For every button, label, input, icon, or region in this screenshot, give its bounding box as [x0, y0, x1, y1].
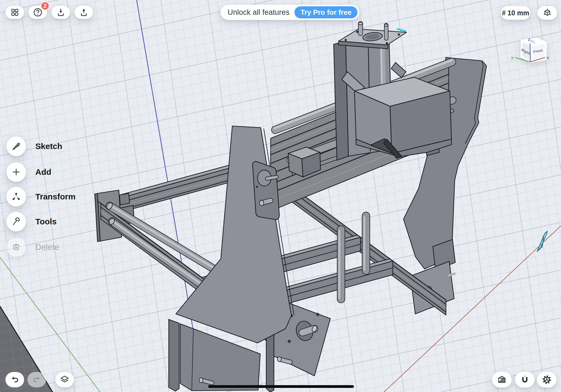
section-view-icon: [497, 375, 507, 385]
export-button[interactable]: [75, 6, 93, 19]
axis-line-x: [384, 226, 561, 392]
axis-x-label: x: [547, 55, 549, 60]
menu-item-label: Tools: [35, 217, 57, 226]
isometric-cube-icon: [542, 8, 552, 18]
try-pro-button[interactable]: Try Pro for free: [294, 6, 357, 18]
settings-button[interactable]: [537, 372, 557, 388]
import-arrow-icon: [56, 8, 65, 17]
add-plus-icon: [11, 167, 21, 177]
layers-stack-icon: [60, 375, 70, 385]
promo-label: Unlock all features: [228, 8, 290, 17]
axis-line-z: [136, 0, 195, 341]
magnet-snap-icon: [520, 375, 530, 385]
menu-item-label: Sketch: [35, 142, 62, 151]
cad-workspace: 2 Unlock all features Try Pro for free #…: [0, 0, 561, 392]
x-carriage-block: [354, 77, 451, 158]
apps-grid-icon: [10, 8, 19, 17]
promo-banner: Unlock all features Try Pro for free: [221, 5, 359, 20]
menu-item-label: Delete: [35, 242, 59, 252]
z-support-cylinders: [339, 216, 366, 299]
menu-item-add[interactable]: Add: [6, 162, 51, 182]
menu-item-label: Add: [35, 167, 51, 177]
sketch-pencil-marker: [537, 231, 547, 251]
view-mode-button[interactable]: [537, 6, 557, 20]
menu-item-label: Transform: [35, 192, 76, 201]
redo-button: [27, 372, 46, 387]
help-badge: 2: [41, 2, 49, 10]
cnc-model[interactable]: [95, 22, 486, 392]
menu-item-sketch[interactable]: Sketch: [6, 136, 62, 156]
axis-y-label: y: [511, 55, 514, 60]
view-cube-z-axis: [530, 44, 530, 62]
items-button[interactable]: [55, 372, 74, 387]
scene-canvas[interactable]: [0, 0, 561, 392]
sketch-pen-icon: [11, 141, 21, 151]
export-arrow-icon: [79, 8, 88, 17]
apps-grid-button[interactable]: [5, 6, 24, 19]
section-view-button[interactable]: [492, 372, 512, 388]
redo-arrow-icon: [32, 375, 41, 384]
view-cube[interactable]: Top Right Front z y x: [510, 36, 558, 73]
delete-trash-icon: [11, 242, 21, 252]
transform-arrows-icon: [11, 191, 21, 202]
undo-arrow-icon: [10, 375, 19, 384]
menu-item-tools[interactable]: Tools: [6, 212, 57, 231]
home-indicator[interactable]: [208, 385, 354, 388]
snap-button[interactable]: [515, 372, 535, 388]
help-question-icon: [33, 7, 43, 17]
menu-item-transform[interactable]: Transform: [6, 187, 76, 207]
undo-button[interactable]: [5, 372, 24, 387]
units-button[interactable]: # 10 mm: [501, 6, 530, 20]
tools-hammer-icon: [11, 216, 21, 227]
menu-item-delete: Delete: [6, 237, 59, 257]
settings-gear-icon: [542, 374, 552, 385]
axis-z-label: z: [528, 37, 530, 42]
import-button[interactable]: [51, 6, 70, 19]
